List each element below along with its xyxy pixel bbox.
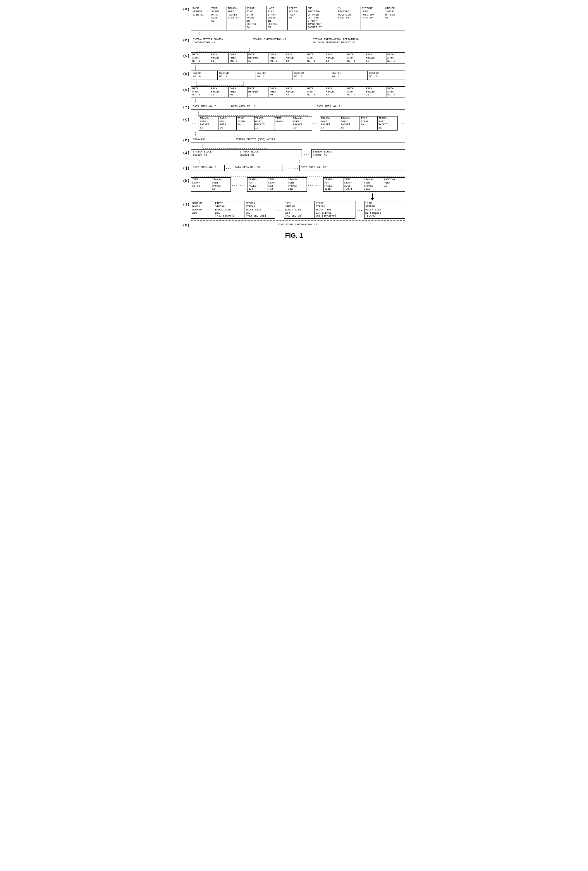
row-c: (c) DATAAREANO. 0 PACKHEADER11 DATAAREAN… [183, 52, 405, 63]
row-a: (a) PACKHEADERSIZE 51 TIMESTAMPDATASIZE5… [183, 6, 405, 30]
cell-ellipsis-l-b: ... [355, 201, 364, 218]
label-a: (a) [183, 6, 191, 11]
cell-pack-header-12-e: PACKHEADER12 [247, 86, 269, 97]
cell-bitmap-info: BITMAP INFORMATION PERTAININGTO EACH TRA… [311, 37, 405, 46]
cell-transport-1a: TRANS-PORTPACKET1a [254, 116, 274, 130]
cell-sector-4: SECTORNO. 4 [330, 71, 367, 79]
cell-transport-2a: TRANS-PORTPACKET2a [378, 116, 397, 130]
cell-stream-block-gamma: STREAM BLOCK(SOBU) #γ [312, 149, 405, 158]
cell-ellipsis-g-right: ... [397, 116, 405, 130]
cell-sector-3: SECTORNO. 3 [293, 71, 330, 79]
row-g: (g) ... TRANS-PORTPACKET0z PADD-INGAREA2… [183, 116, 405, 130]
cell-data-area-33-j: DATA AREA NO. 33 [233, 165, 283, 171]
cell-data-area-no0-f: DATA AREA NO. 0 [191, 104, 230, 110]
cell-picture-head: PICTUREHEADPOSITIONFLAG 59 [360, 6, 384, 30]
cell-ellipsis-k-d: ... [315, 178, 323, 192]
cell-stream-block-beta: STREAM BLOCK(SOBU) #β [238, 149, 302, 158]
row-m: (m) TIME STAMP INFORMATION 252 [183, 222, 405, 228]
row-f: (f) DATA AREA NO. 0 DATA AREA NO. 1 DATA… [183, 104, 405, 110]
cell-timestamp-2a: TIMESTAMP2a [360, 116, 378, 130]
cell-pack-header-12-c: PACKHEADER12 [247, 52, 269, 63]
connector-gh [191, 132, 405, 136]
cell-tp-320k: TRANS-PORTPACKET320k [323, 178, 343, 192]
label-k: (k) [183, 177, 191, 183]
cell-data-area-4-e: DATAAREANO. 4 [346, 86, 365, 97]
connector-fg [191, 112, 405, 115]
cell-pack-header-13-c: PACKHEADER13 [285, 52, 306, 63]
cell-pack-header-14-e: PACKHEADER14 [325, 86, 346, 97]
cell-data-area-no2-f: DATA AREA NO. 2 [315, 104, 405, 110]
cell-sector-2: SECTORNO. 2 [255, 71, 293, 79]
cell-data-area-2-e: DATAAREANO. 2 [269, 86, 285, 97]
cell-11th-stream-block-size: 11THSTREAMBLOCK SIZE264[=1 SECTOR] [284, 201, 315, 218]
cell-end-position: ENDPOSITIONOF PAIROF TIMESTAMP/TRANSPORT… [306, 6, 337, 30]
cell-ellipsis-k-b: ... [239, 178, 247, 192]
cell-data-area-1-e: DATAAREANO. 1 [228, 86, 247, 97]
row-b: (b) INTRA-SECTOR COMMONINFORMATION 41 SE… [183, 37, 405, 46]
cell-ellipsis-l-a: ... [275, 201, 284, 218]
cell-ellipsis-j-b: ... [283, 165, 291, 171]
label-e: (e) [183, 86, 191, 92]
connector-hi [191, 145, 405, 149]
cell-i-picture: I-PICTUREPOSITIONFLAG 58 [337, 6, 360, 30]
cell-data-area-5-e: DATAAREANO. 5 [386, 86, 405, 97]
cell-ellipsis-k-a: ... [231, 178, 239, 192]
label-m: (m) [183, 222, 191, 227]
label-d: (d) [183, 70, 191, 76]
cell-tp-33a: TRANS-PORTPACKET33a [287, 178, 307, 192]
cell-first-stream-block-size: FIRSTSTREAMBLOCK SIZE261[=32 SECTORS] [214, 201, 245, 218]
cell-sector-0: SECTORNO. 0 [191, 71, 218, 79]
cell-ts-1a-0: TIMESTAMP1a [0] [191, 178, 211, 192]
label-i: (i) [183, 149, 191, 155]
cell-ellipsis-j-a: ... [225, 165, 233, 171]
cell-search-info: SEARCH INFORMATION 42 [251, 37, 311, 46]
cell-data-area-5: DATAAREANO. 5 [386, 52, 405, 63]
label-h: (h) [183, 137, 191, 142]
label-b: (b) [183, 37, 191, 42]
cell-transport-1k-a: TRANS-PORTPACKET1k [320, 116, 340, 130]
label-j: (j) [183, 165, 191, 170]
cell-transport-packet-size: TRANS-PORTPACKETSIZE 53 [227, 6, 245, 30]
fig-title: FIG. 1 [183, 232, 405, 239]
cell-timestamp-1b: TIMESTAMP1b [274, 116, 292, 130]
cell-tp-1a: TRANS-PORTPACKET1a [211, 178, 231, 192]
cell-data-area-3: DATAAREANO. 3 [306, 52, 325, 63]
cell-stream-block-number: STREAMBLOCKNUMBER260 [191, 201, 214, 218]
label-l: (l) [183, 201, 191, 207]
cell-data-area-321-j: DATA AREA NO. 321 [299, 165, 405, 171]
cell-ellipsis-g-left: ... [191, 116, 199, 130]
cell-transport-1b: TRANS-PORTPACKET1b [292, 116, 312, 130]
connector-jk [191, 173, 405, 177]
connector-ab [191, 32, 405, 36]
connector-de [191, 82, 405, 86]
connector-cd [191, 65, 405, 70]
cell-ts-321a: TIMESTAMP321a[297] [343, 178, 363, 192]
cell-ellipsis-j-c: ... [291, 165, 299, 171]
cell-tp-321a: TRANS-PORTPACKET321a [363, 178, 383, 192]
cell-sob-b299: STREAM OBJECT (SOB) #B299 [234, 137, 405, 142]
connector-ef [191, 99, 405, 103]
cell-pack-header-14-c: PACKHEADER14 [325, 52, 346, 63]
row-e: (e) DATAAREANO. 0 PACKHEADER11 DATAAREAN… [183, 86, 405, 97]
svg-marker-31 [371, 198, 374, 201]
label-g: (g) [183, 116, 191, 122]
cell-ellipsis-g-mid: ... [312, 116, 320, 130]
cell-data-area-3-e: DATAAREANO. 3 [306, 86, 325, 97]
cell-timestamp-data-size: TIMESTAMPDATASIZE52 [210, 6, 227, 30]
cell-transport-1k-b: TRANS-PORTPACKET1k [340, 116, 360, 130]
cell-pack-header-11-c: PACKHEADER11 [210, 52, 228, 63]
row-j: (j) DATA AREA NO. 1 ... DATA AREA NO. 33… [183, 165, 405, 171]
cell-data-area-0: DATAAREANO. 0 [191, 52, 210, 63]
connector-bc [191, 48, 405, 52]
cell-data-area-2: DATAAREANO. 2 [269, 52, 285, 63]
cell-data-area-4: DATAAREANO. 4 [346, 52, 365, 63]
dashed-separator-lm [191, 220, 405, 221]
cell-first-stream-block-time-diff: FIRSTSTREAMBLOCK TIMEDIFFERENCE266 [30÷2… [315, 201, 355, 218]
arrow-kl [191, 193, 405, 201]
cell-timestamp-info: TIME STAMP INFORMATION 252 [191, 222, 405, 228]
cell-padding-21: PADDINGAREA21 [383, 178, 405, 192]
cell-padding-area-20: PADD-INGAREA20 [219, 116, 237, 130]
row-l: (l) STREAMBLOCKNUMBER260 FIRSTSTREAMBLOC… [183, 201, 405, 218]
cell-sector-1: SECTORNO. 1 [218, 71, 255, 79]
cell-data-area-no1-f: DATA AREA NO. 1 [230, 104, 315, 110]
